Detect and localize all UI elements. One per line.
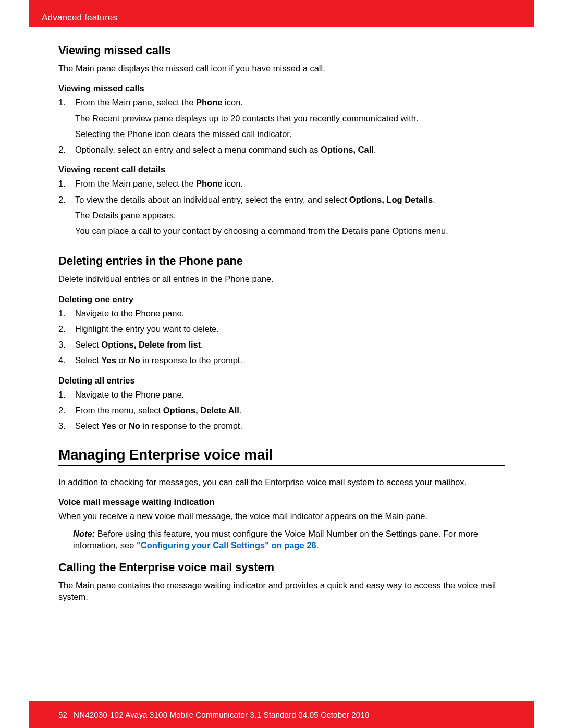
heading-managing-voicemail: Managing Enterprise voice mail — [58, 447, 505, 463]
list-item: 2. To view the details about an individu… — [58, 194, 505, 237]
body-text: When you receive a new voice mail messag… — [58, 510, 505, 522]
intro-text: The Main pane contains the message waiti… — [58, 579, 505, 603]
step-text: You can place a call to your contact by … — [75, 225, 505, 237]
list-item: 2. Highlight the entry you want to delet… — [58, 323, 505, 335]
step-number: 3. — [58, 339, 66, 350]
cross-reference-link[interactable]: "Configuring your Call Settings" on page… — [137, 540, 316, 550]
intro-text: In addition to checking for messages, yo… — [58, 476, 505, 488]
step-number: 2. — [58, 194, 66, 205]
step-number: 2. — [58, 323, 66, 335]
step-number: 1. — [58, 178, 66, 189]
steps-deleting-all: 1. Navigate to the Phone pane. 2. From t… — [58, 389, 505, 432]
steps-viewing-recent-details: 1. From the Main pane, select the Phone … — [58, 178, 505, 237]
step-number: 3. — [58, 420, 66, 431]
step-text: Select Options, Delete from list. — [75, 339, 505, 350]
step-number: 1. — [58, 389, 66, 400]
list-item: 1. Navigate to the Phone pane. — [58, 307, 505, 319]
step-text: The Details pane appears. — [75, 209, 505, 221]
intro-text: Delete individual entries or all entries… — [58, 273, 505, 285]
note-block: Note: Before using this feature, you mus… — [58, 528, 505, 551]
step-text: Navigate to the Phone pane. — [75, 389, 505, 400]
list-item: 1. From the Main pane, select the Phone … — [58, 96, 505, 140]
list-item: 3. Select Options, Delete from list. — [58, 339, 505, 350]
note-text: . — [316, 540, 319, 550]
list-item: 4. Select Yes or No in response to the p… — [58, 354, 505, 366]
page-header: Advanced features — [29, 0, 534, 27]
subheading-viewing-recent-details: Viewing recent call details — [58, 165, 505, 175]
step-text: From the Main pane, select the Phone ico… — [75, 178, 505, 189]
step-text: From the menu, select Options, Delete Al… — [75, 404, 505, 416]
step-text: To view the details about an individual … — [75, 194, 505, 205]
steps-deleting-one: 1. Navigate to the Phone pane. 2. Highli… — [58, 307, 505, 366]
section-divider — [58, 465, 505, 466]
list-item: 3. Select Yes or No in response to the p… — [58, 420, 505, 431]
page-number: 52 — [58, 710, 67, 719]
step-number: 1. — [58, 96, 66, 108]
step-text: Selecting the Phone icon clears the miss… — [75, 128, 505, 140]
page-footer: 52 NN42030-102 Avaya 3100 Mobile Communi… — [29, 701, 534, 728]
step-text: Highlight the entry you want to delete. — [75, 323, 505, 335]
step-number: 2. — [58, 144, 66, 155]
page-content: Viewing missed calls The Main pane displ… — [29, 27, 534, 609]
section-viewing-missed-calls: Viewing missed calls The Main pane displ… — [58, 44, 505, 237]
footer-doc-info: NN42030-102 Avaya 3100 Mobile Communicat… — [74, 710, 369, 719]
step-text: From the Main pane, select the Phone ico… — [75, 96, 505, 108]
list-item: 1. From the Main pane, select the Phone … — [58, 178, 505, 189]
note-label: Note: — [73, 529, 95, 538]
list-item: 1. Navigate to the Phone pane. — [58, 389, 505, 400]
step-text: The Recent preview pane displays up to 2… — [75, 113, 505, 124]
list-item: 2. Optionally, select an entry and selec… — [58, 144, 505, 155]
heading-calling-voicemail: Calling the Enterprise voice mail system — [58, 561, 505, 574]
subheading-deleting-one: Deleting one entry — [58, 294, 505, 304]
header-title: Advanced features — [42, 13, 117, 23]
subheading-deleting-all: Deleting all entries — [58, 376, 505, 386]
section-managing-voicemail: Managing Enterprise voice mail In additi… — [58, 447, 505, 551]
intro-text: The Main pane displays the missed call i… — [58, 63, 505, 74]
heading-deleting-entries: Deleting entries in the Phone pane — [58, 254, 505, 268]
step-number: 1. — [58, 307, 66, 319]
section-deleting-entries: Deleting entries in the Phone pane Delet… — [58, 254, 505, 431]
steps-viewing-missed-calls: 1. From the Main pane, select the Phone … — [58, 96, 505, 155]
step-text: Select Yes or No in response to the prom… — [75, 420, 505, 431]
subheading-vm-waiting: Voice mail message waiting indication — [58, 497, 505, 507]
step-text: Select Yes or No in response to the prom… — [75, 354, 505, 366]
subheading-viewing-missed-calls: Viewing missed calls — [58, 83, 505, 93]
list-item: 2. From the menu, select Options, Delete… — [58, 404, 505, 416]
section-calling-voicemail: Calling the Enterprise voice mail system… — [58, 561, 505, 603]
step-text: Optionally, select an entry and select a… — [75, 144, 505, 155]
step-number: 2. — [58, 404, 66, 416]
step-text: Navigate to the Phone pane. — [75, 307, 505, 319]
step-number: 4. — [58, 354, 66, 366]
heading-viewing-missed-calls: Viewing missed calls — [58, 44, 505, 57]
